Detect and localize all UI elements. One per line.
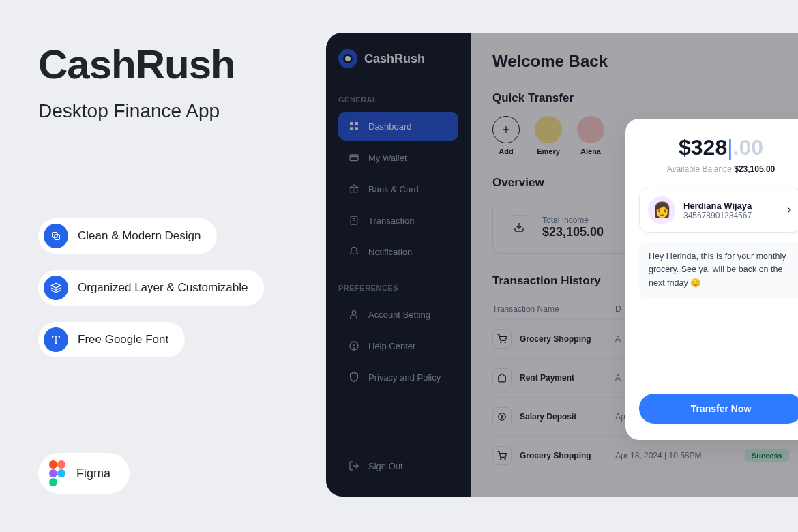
svg-point-39 xyxy=(501,459,501,460)
nav-privacy[interactable]: Privacy and Policy xyxy=(338,363,458,391)
nav-label: My Wallet xyxy=(368,153,407,163)
svg-point-36 xyxy=(505,342,505,343)
page-title: Welcome Back xyxy=(492,52,798,71)
quick-transfer-contact[interactable]: Emery xyxy=(535,116,562,156)
recipient-number: 345678901234567 xyxy=(683,211,752,220)
sidebar: CashRush GENERAL Dashboard My Wallet Ban… xyxy=(326,33,471,497)
layers-icon xyxy=(44,276,68,300)
qt-label: Emery xyxy=(537,147,560,156)
brand: CashRush xyxy=(338,49,458,68)
recipient-name: Herdiana Wijaya xyxy=(683,201,752,211)
nav-label: Sign Out xyxy=(368,461,403,471)
nav-transaction[interactable]: Transaction xyxy=(338,206,458,235)
feature-label: Free Google Font xyxy=(78,333,168,346)
quick-transfer-add[interactable]: Add xyxy=(492,116,520,156)
svg-marker-2 xyxy=(51,283,60,288)
avatar: 👩 xyxy=(648,196,675,224)
nav-label: Privacy and Policy xyxy=(368,372,441,383)
transaction-icon xyxy=(492,368,512,387)
nav-bank[interactable]: Bank & Card xyxy=(338,175,458,203)
feature-pill-design: Clean & Modern Design xyxy=(38,218,217,254)
svg-point-5 xyxy=(49,460,57,469)
available-balance: Available Balance $23,105.00 xyxy=(639,164,798,174)
svg-rect-14 xyxy=(350,155,358,161)
tx-name: Rent Payment xyxy=(520,373,615,383)
signout-icon xyxy=(348,460,360,472)
total-income-card: Total Income $23,105.00 xyxy=(492,201,642,254)
tx-date: Apr 18, 2024 | 10:58PM xyxy=(615,451,745,460)
transaction-icon xyxy=(492,329,512,349)
nav-help[interactable]: Help Center xyxy=(338,331,458,360)
transfer-message[interactable]: Hey Herinda, this is for your monthly gr… xyxy=(639,242,798,298)
chevron-right-icon xyxy=(784,205,794,215)
svg-rect-10 xyxy=(350,122,353,125)
help-icon xyxy=(348,340,360,352)
svg-point-9 xyxy=(49,478,57,486)
qt-label: Alena xyxy=(580,147,601,156)
amount-whole: $328 xyxy=(679,135,727,160)
status-badge: Success xyxy=(745,449,789,462)
table-row[interactable]: Grocery Shopping Apr 18, 2024 | 10:58PM … xyxy=(492,436,798,475)
receipt-icon xyxy=(348,214,360,226)
quick-transfer-title: Quick Transfer xyxy=(492,91,798,105)
quick-transfer-contact[interactable]: Alena xyxy=(577,116,604,156)
feature-pill-font: Free Google Font xyxy=(38,322,185,357)
nav-label: Transaction xyxy=(368,216,414,226)
col-date: D xyxy=(615,304,621,314)
figma-icon xyxy=(48,460,67,487)
brand-logo-icon xyxy=(338,49,357,68)
nav-label: Bank & Card xyxy=(368,184,419,194)
nav-label: Help Center xyxy=(368,341,415,351)
feature-label: Clean & Modern Design xyxy=(78,229,201,243)
nav-section-general: GENERAL xyxy=(338,95,458,104)
nav-label: Account Setting xyxy=(368,310,430,320)
bell-icon xyxy=(348,246,360,258)
svg-marker-16 xyxy=(350,185,358,188)
nav-notification[interactable]: Notification xyxy=(338,237,458,266)
transaction-icon xyxy=(492,407,512,426)
svg-point-40 xyxy=(505,459,505,460)
figma-badge: Figma xyxy=(38,453,130,494)
download-icon xyxy=(507,215,531,239)
shield-icon xyxy=(348,371,360,383)
grid-icon xyxy=(348,120,360,132)
type-icon xyxy=(44,327,68,352)
nav-dashboard[interactable]: Dashboard xyxy=(338,112,458,141)
svg-point-25 xyxy=(352,311,355,314)
overview-value: $23,105.00 xyxy=(542,225,604,239)
promo-subtitle: Desktop Finance App xyxy=(38,100,235,122)
promo-title: CashRush xyxy=(38,41,235,88)
figma-label: Figma xyxy=(76,467,110,481)
feature-pill-layers: Organized Layer & Customizable xyxy=(38,270,264,306)
qt-label: Add xyxy=(499,147,513,156)
tx-name: Grocery Shopping xyxy=(520,451,615,460)
svg-point-28 xyxy=(354,348,355,349)
col-name: Transaction Name xyxy=(492,304,615,314)
avatar xyxy=(535,116,562,143)
nav-signout[interactable]: Sign Out xyxy=(338,452,413,480)
brand-name: CashRush xyxy=(364,52,425,66)
transfer-modal: $328|.00 Available Balance $23,105.00 👩 … xyxy=(625,119,798,440)
svg-rect-12 xyxy=(350,127,353,130)
recipient-selector[interactable]: 👩 Herdiana Wijaya 345678901234567 xyxy=(639,188,798,233)
nav-label: Dashboard xyxy=(368,121,412,132)
promo-area: CashRush Desktop Finance App xyxy=(38,41,235,122)
transfer-now-button[interactable]: Transfer Now xyxy=(639,394,798,424)
nav-wallet[interactable]: My Wallet xyxy=(338,143,458,172)
tx-name: Grocery Shopping xyxy=(520,334,615,344)
bank-icon xyxy=(348,183,360,195)
avatar xyxy=(577,116,604,143)
nav-account[interactable]: Account Setting xyxy=(338,300,458,329)
svg-point-8 xyxy=(57,469,65,477)
transaction-icon xyxy=(492,446,512,465)
amount-cents: .00 xyxy=(733,135,763,160)
svg-point-7 xyxy=(49,469,57,477)
overview-label: Total Income xyxy=(542,216,604,225)
feature-label: Organized Layer & Customizable xyxy=(78,281,248,295)
svg-point-6 xyxy=(57,460,65,469)
svg-rect-11 xyxy=(355,122,358,125)
feature-list: Clean & Modern Design Organized Layer & … xyxy=(38,218,264,357)
transfer-amount: $328|.00 xyxy=(639,135,798,160)
plus-icon xyxy=(492,116,520,143)
copy-icon xyxy=(44,224,68,248)
